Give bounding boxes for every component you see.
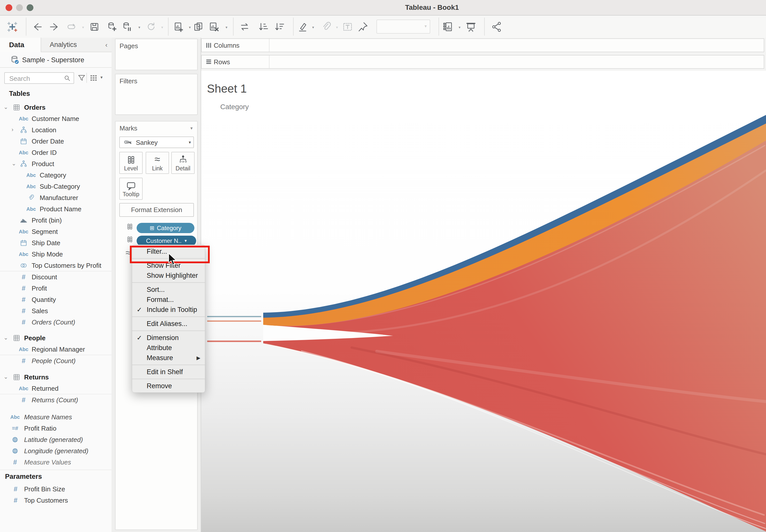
menu-item-show-highlighter[interactable]: Show Highlighter — [132, 271, 205, 281]
chevron-down-icon[interactable]: ⌄ — [4, 104, 8, 110]
dropdown-caret-icon[interactable]: ▾ — [336, 25, 338, 30]
datasource-row[interactable]: Sample - Superstore — [0, 53, 111, 68]
dropdown-caret-icon[interactable]: ▾ — [138, 25, 140, 30]
menu-item-format-[interactable]: Format... — [132, 295, 205, 305]
tooltip-button[interactable]: Tooltip — [119, 178, 143, 200]
dropdown-caret-icon[interactable]: ▾ — [82, 25, 84, 30]
field-row-product-name[interactable]: AbcProduct Name — [0, 203, 111, 215]
swap-rows-columns-icon[interactable] — [238, 20, 251, 33]
detail-button[interactable]: Detail — [171, 152, 195, 174]
field-row-product[interactable]: ⌄Product — [0, 158, 111, 169]
zoom-window-icon[interactable] — [27, 4, 33, 11]
field-row-discount[interactable]: #Discount — [0, 271, 111, 283]
field-row-orders[interactable]: ⌄Orders — [0, 102, 111, 113]
chevron-down-icon[interactable]: ⌄ — [4, 335, 8, 341]
rows-shelf[interactable]: Rows — [201, 55, 764, 69]
menu-item-remove[interactable]: Remove — [132, 381, 205, 391]
menu-item-edit-in-shelf[interactable]: Edit in Shelf — [132, 367, 205, 377]
level-button[interactable]: Level — [119, 152, 143, 174]
grid-view-icon[interactable] — [89, 74, 98, 82]
sort-ascending-icon[interactable] — [257, 20, 270, 33]
presentation-mode-icon[interactable] — [464, 20, 477, 33]
menu-item-attribute[interactable]: Attribute — [132, 343, 205, 353]
field-row-longitude-generated-[interactable]: Longitude (generated) — [0, 445, 111, 456]
pill-customer-name[interactable]: Customer N.. ▾ — [137, 236, 196, 246]
sort-descending-icon[interactable] — [273, 20, 286, 33]
share-icon[interactable] — [490, 20, 503, 33]
field-row-regional-manager[interactable]: AbcRegional Manager — [0, 344, 111, 355]
menu-item-edit-aliases-[interactable]: Edit Aliases... — [132, 319, 205, 329]
search-input[interactable]: Search — [4, 72, 74, 84]
field-row-people-count-[interactable]: #People (Count) — [0, 355, 111, 366]
field-row-returns[interactable]: ⌄Returns — [0, 371, 111, 383]
highlight-icon[interactable] — [296, 20, 309, 33]
sankey-flow-diagram[interactable] — [201, 71, 766, 532]
menu-item-measure[interactable]: Measure▶ — [132, 353, 205, 363]
format-link-icon[interactable] — [320, 20, 333, 33]
tab-analytics[interactable]: Analytics — [41, 38, 111, 52]
run-update-icon[interactable] — [144, 20, 157, 33]
parameter-row-top-customers[interactable]: # Top Customers — [0, 495, 111, 506]
link-button[interactable]: ≈ Link — [146, 152, 169, 174]
pill-category[interactable]: ⊞ Category — [137, 223, 195, 233]
field-row-profit-ratio[interactable]: =#Profit Ratio — [0, 423, 111, 434]
pages-shelf[interactable]: Pages — [115, 39, 198, 70]
field-row-ship-mode[interactable]: AbcShip Mode — [0, 248, 111, 260]
dropdown-caret-icon[interactable]: ▾ — [312, 25, 314, 30]
dropdown-caret-icon[interactable]: ▾ — [459, 25, 461, 30]
menu-item-sort-[interactable]: Sort... — [132, 285, 205, 295]
duplicate-sheet-icon[interactable] — [192, 20, 205, 33]
pause-auto-updates-icon[interactable] — [120, 20, 133, 33]
field-row-measure-values[interactable]: #Measure Values — [0, 456, 111, 468]
field-row-latitude-generated-[interactable]: Latitude (generated) — [0, 434, 111, 445]
field-row-customer-name[interactable]: AbcCustomer Name — [0, 113, 111, 124]
menu-item-dimension[interactable]: ✓Dimension — [132, 333, 205, 343]
mark-type-dropdown[interactable]: Sankey ▾ — [119, 137, 194, 148]
field-row-manufacturer[interactable]: Manufacturer — [0, 192, 111, 203]
field-row-order-id[interactable]: AbcOrder ID — [0, 147, 111, 158]
save-icon[interactable] — [88, 20, 101, 33]
field-row-sales[interactable]: #Sales — [0, 305, 111, 316]
field-row-profit-bin-[interactable]: Profit (bin) — [0, 215, 111, 226]
fit-selector[interactable]: ▾ — [376, 20, 430, 34]
chevron-down-icon[interactable]: ⌄ — [12, 160, 16, 167]
dropdown-caret-icon[interactable]: ▾ — [189, 25, 191, 30]
fix-map-icon[interactable] — [356, 20, 369, 33]
chevron-right-icon[interactable]: › — [12, 126, 13, 133]
field-row-returns-count-[interactable]: #Returns (Count) — [0, 394, 111, 406]
format-extension-button[interactable]: Format Extension — [119, 203, 194, 217]
minimize-window-icon[interactable] — [16, 4, 23, 11]
field-row-measure-names[interactable]: AbcMeasure Names — [0, 411, 111, 423]
view-options-caret-icon[interactable]: ▾ — [100, 75, 103, 80]
undo-icon[interactable] — [31, 20, 44, 33]
filter-funnel-icon[interactable] — [77, 74, 86, 82]
field-row-orders-count-[interactable]: #Orders (Count) — [0, 316, 111, 328]
filters-shelf[interactable]: Filters — [115, 74, 198, 115]
field-row-segment[interactable]: AbcSegment — [0, 226, 111, 237]
show-mark-labels-icon[interactable] — [341, 20, 354, 33]
dropdown-caret-icon[interactable]: ▾ — [161, 25, 163, 30]
field-row-order-date[interactable]: Order Date — [0, 136, 111, 147]
close-window-icon[interactable] — [6, 4, 12, 11]
field-row-profit[interactable]: #Profit — [0, 283, 111, 294]
collapse-pane-icon[interactable]: ‹ — [105, 41, 107, 49]
clear-sheet-icon[interactable] — [208, 20, 221, 33]
replay-icon[interactable] — [65, 20, 78, 33]
field-row-sub-category[interactable]: AbcSub-Category — [0, 181, 111, 192]
new-worksheet-icon[interactable] — [172, 20, 185, 33]
field-row-ship-date[interactable]: Ship Date — [0, 237, 111, 248]
redo-icon[interactable] — [48, 20, 61, 33]
show-me-icon[interactable] — [441, 20, 455, 33]
field-row-quantity[interactable]: #Quantity — [0, 294, 111, 305]
field-row-returned[interactable]: AbcReturned — [0, 383, 111, 394]
marks-caret-icon[interactable]: ▾ — [190, 125, 193, 131]
columns-shelf[interactable]: Columns — [201, 38, 764, 52]
field-row-people[interactable]: ⌄People — [0, 332, 111, 344]
tab-data[interactable]: Data — [0, 38, 41, 52]
dropdown-caret-icon[interactable]: ▾ — [226, 25, 228, 30]
parameter-row-profit-bin-size[interactable]: # Profit Bin Size — [0, 483, 111, 495]
chevron-down-icon[interactable]: ⌄ — [4, 374, 8, 380]
new-datasource-icon[interactable] — [105, 20, 118, 33]
field-row-category[interactable]: AbcCategory — [0, 169, 111, 181]
field-row-top-customers-by-profit[interactable]: Top Customers by Profit — [0, 260, 111, 271]
